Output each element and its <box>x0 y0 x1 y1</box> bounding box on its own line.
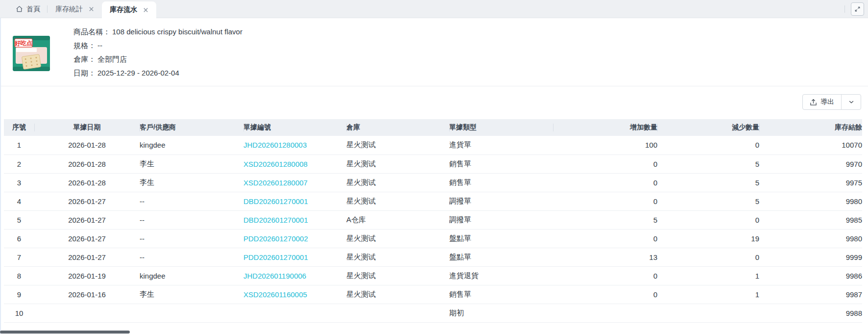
cell-qty-in: 0 <box>553 173 657 192</box>
export-button[interactable]: 導出 <box>803 95 841 109</box>
tab-home-label: 首頁 <box>26 5 40 14</box>
doc-number-link[interactable]: JHD202601190006 <box>243 272 306 280</box>
horizontal-scrollbar-thumb[interactable] <box>0 331 130 334</box>
cell-date <box>34 304 140 322</box>
product-name-value: 108 delicious crispy biscuit/walnut flav… <box>112 25 242 39</box>
svg-text:好吃点: 好吃点 <box>14 40 32 47</box>
column-header-partner: 客戶/供應商 <box>140 119 243 136</box>
cell-balance: 9980 <box>759 229 862 248</box>
cell-partner: kingdee <box>140 136 243 154</box>
cell-doc-type: 銷售單 <box>449 173 553 192</box>
export-button-label: 導出 <box>820 98 834 106</box>
cell-qty-in: 0 <box>553 192 657 210</box>
cell-balance: 9985 <box>759 210 862 229</box>
column-header-balance: 庫存結餘 <box>759 119 862 136</box>
doc-number-link[interactable]: XSD202601280008 <box>243 160 308 168</box>
cell-warehouse: 星火测试 <box>346 173 449 192</box>
cell-partner: 李生 <box>140 173 243 192</box>
export-upload-icon <box>810 99 817 106</box>
cell-warehouse: 星火测试 <box>346 285 449 304</box>
doc-number-link[interactable]: JHD202601280003 <box>243 141 307 149</box>
close-icon[interactable] <box>89 6 94 12</box>
cell-qty-out: 1 <box>657 285 759 304</box>
table-row: 92026-01-16李生XSD202601160005星火测试銷售單01998… <box>4 285 862 304</box>
doc-number-link[interactable]: XSD202601280007 <box>243 179 308 187</box>
table-row: 10期初9988 <box>4 304 862 322</box>
cell-date: 2026-01-27 <box>34 192 140 210</box>
cell-index: 4 <box>4 192 34 210</box>
product-name-field: 商品名稱： 108 delicious crispy biscuit/walnu… <box>73 25 242 39</box>
doc-number-link[interactable]: PDD202601270002 <box>243 234 308 243</box>
product-date-label: 日期： <box>73 66 96 80</box>
tab-inventory-stats[interactable]: 庫存統計 <box>48 0 102 18</box>
doc-number-link[interactable]: DBD202601270001 <box>243 216 308 224</box>
table-row: 72026-01-27--PDD202601270001星火测试盤點單13099… <box>4 248 862 266</box>
cell-doc-type: 調撥單 <box>449 192 553 210</box>
left-edge-line <box>0 18 1 334</box>
cell-balance: 9980 <box>759 192 862 210</box>
cell-warehouse: A仓库 <box>346 210 449 229</box>
home-icon <box>16 5 23 13</box>
cell-qty-out: 0 <box>657 210 759 229</box>
cell-doc-no: XSD202601280007 <box>243 173 346 192</box>
cell-doc-no: PDD202601270002 <box>243 229 346 248</box>
tab-home[interactable]: 首頁 <box>9 0 47 18</box>
product-spec-label: 規格： <box>73 39 96 52</box>
product-image: 好吃点 <box>12 34 51 73</box>
table-row: 42026-01-27--DBD202601270001星火测试調撥單05998… <box>4 192 862 210</box>
doc-number-link[interactable]: PDD202601270001 <box>243 253 308 261</box>
cell-partner: -- <box>140 248 243 266</box>
cell-index: 6 <box>4 229 34 248</box>
cell-balance: 9999 <box>759 248 862 266</box>
cell-doc-no <box>243 304 346 322</box>
cell-doc-no: JHD202601280003 <box>243 136 346 154</box>
tab-inventory-flow[interactable]: 庫存流水 <box>102 1 156 18</box>
cell-qty-out: 0 <box>657 136 759 154</box>
doc-number-link[interactable]: DBD202601270001 <box>243 197 308 206</box>
column-header-doc-type: 單據類型 <box>449 119 553 136</box>
column-header-date: 單據日期 <box>34 119 140 136</box>
cell-qty-in: 100 <box>553 136 657 154</box>
cell-partner: -- <box>140 210 243 229</box>
cell-date: 2026-01-19 <box>34 266 140 285</box>
cell-doc-type: 期初 <box>449 304 553 322</box>
close-icon[interactable] <box>143 7 148 13</box>
cell-qty-out: 19 <box>657 229 759 248</box>
cell-partner: 李生 <box>140 154 243 173</box>
cell-doc-type: 銷售單 <box>449 285 553 304</box>
cell-date: 2026-01-28 <box>34 136 140 154</box>
cell-balance: 9970 <box>759 154 862 173</box>
cell-balance: 9987 <box>759 285 862 304</box>
cell-partner <box>140 304 243 322</box>
export-dropdown-button[interactable] <box>841 95 861 109</box>
cell-doc-no: DBD202601270001 <box>243 210 346 229</box>
cell-date: 2026-01-28 <box>34 173 140 192</box>
product-date-value: 2025-12-29 - 2026-02-04 <box>97 66 179 80</box>
cell-partner: kingdee <box>140 266 243 285</box>
cell-index: 2 <box>4 154 34 173</box>
product-warehouse-value: 全部門店 <box>97 52 127 66</box>
tab-separator <box>844 5 845 13</box>
tab-bar: 首頁 庫存統計 庫存流水 <box>0 0 868 18</box>
tab-label: 庫存統計 <box>55 5 83 14</box>
table-header-row: 序號單據日期客戶/供應商單據編號倉庫單據類型增加數量減少數量庫存結餘 <box>4 119 862 136</box>
cell-balance: 9988 <box>759 304 862 322</box>
table-row: 12026-01-28kingdeeJHD202601280003星火测试進貨單… <box>4 136 862 154</box>
cell-doc-no: JHD202601190006 <box>243 266 346 285</box>
cell-qty-in: 13 <box>553 248 657 266</box>
cell-date: 2026-01-27 <box>34 248 140 266</box>
cell-partner: -- <box>140 192 243 210</box>
tab-label: 庫存流水 <box>110 5 137 14</box>
inventory-table: 序號單據日期客戶/供應商單據編號倉庫單據類型增加數量減少數量庫存結餘 12026… <box>4 119 862 323</box>
product-name-label: 商品名稱： <box>73 25 110 39</box>
doc-number-link[interactable]: XSD202601160005 <box>243 290 307 299</box>
product-warehouse-label: 倉庫： <box>73 52 96 66</box>
cell-date: 2026-01-16 <box>34 285 140 304</box>
table-row: 22026-01-28李生XSD202601280008星火测试銷售單05997… <box>4 154 862 173</box>
cell-doc-type: 銷售單 <box>449 154 553 173</box>
cell-warehouse: 星火测试 <box>346 192 449 210</box>
fullscreen-button[interactable] <box>851 2 864 16</box>
table-row: 82026-01-19kingdeeJHD202601190006星火测试進貨退… <box>4 266 862 285</box>
cell-qty-out: 1 <box>657 266 759 285</box>
cell-index: 5 <box>4 210 34 229</box>
